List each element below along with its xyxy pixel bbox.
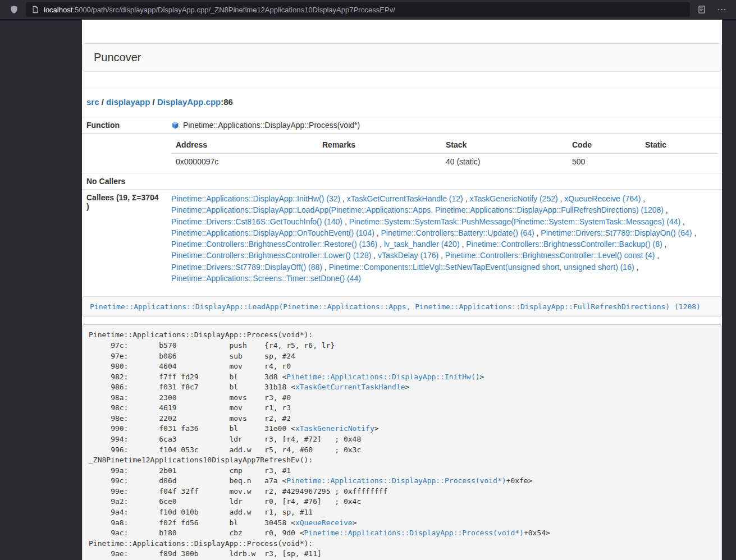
function-name: Pinetime::Applications::DisplayApp::Proc…	[183, 121, 360, 130]
asm-text: 99a: 2b01 cmp r3, #1	[89, 466, 291, 475]
breadcrumb-link-displayapp[interactable]: displayapp	[106, 97, 150, 107]
callee-separator: ,	[438, 251, 445, 260]
asm-text: 982: f7ff fd29 bl 3d8 <	[89, 373, 286, 381]
browser-toolbar: localhost:5000/path/src/displayapp/Displ…	[0, 0, 736, 20]
callee-separator: ,	[680, 217, 685, 226]
callee-separator: ,	[463, 194, 470, 203]
callee-separator: ,	[664, 205, 668, 214]
asm-text: 996: f104 053c add.w r5, r4, #60 ; 0x3c	[89, 446, 361, 454]
header-code: Code	[568, 137, 641, 153]
callee-link[interactable]: Pinetime::Controllers::Battery::Update()…	[381, 228, 534, 237]
breadcrumb: src / displayapp / DisplayApp.cpp:86	[82, 97, 722, 107]
callees-label: Callees (19, Σ=3704 )	[82, 190, 167, 288]
function-label: Function	[82, 117, 167, 134]
header-stack: Stack	[441, 137, 568, 153]
ellipsis-icon: ⋯	[717, 5, 727, 14]
symbol-link[interactable]: Pinetime::Applications::DisplayApp::Init…	[286, 373, 479, 381]
symbol-link[interactable]: Pinetime::Applications::DisplayApp::Proc…	[304, 529, 524, 537]
asm-text: >	[353, 518, 357, 527]
callee-link[interactable]: Pinetime::Controllers::BrightnessControl…	[466, 240, 662, 249]
callee-link[interactable]: Pinetime::Applications::DisplayApp::Init…	[171, 194, 340, 203]
callee-link[interactable]: Pinetime::System::SystemTask::PushMessag…	[349, 217, 681, 226]
callee-link[interactable]: xTaskGetCurrentTaskHandle (12)	[347, 194, 463, 203]
asm-text: 97e: b086 sub sp, #24	[89, 352, 295, 360]
asm-text: +0xfe>	[506, 476, 533, 485]
table-row-no-callers: No Callers	[82, 173, 722, 190]
callee-separator: ,	[460, 240, 467, 249]
asm-text: 9a2: 6ce0 ldr r0, [r4, #76] ; 0x4c	[89, 497, 361, 506]
breadcrumb-link-src[interactable]: src	[86, 97, 99, 107]
more-tools-button[interactable]: ⋯	[714, 2, 730, 17]
callee-separator: ,	[340, 194, 347, 203]
asm-text: 990: f031 fa36 bl 31e00 <	[89, 424, 295, 433]
asm-text: 98a: 2300 movs r3, #0	[89, 393, 291, 402]
callee-link[interactable]: Pinetime::Controllers::BrightnessControl…	[445, 251, 655, 260]
symbol-link[interactable]: xQueueReceive	[295, 518, 353, 527]
asm-text: 97c: b570 push {r4, r5, r6, lr}	[89, 341, 335, 350]
asm-text: 99c: d06d beq.n a7a <	[89, 476, 286, 485]
url-path: :5000/path/src/displayapp/DisplayApp.cpp…	[72, 6, 395, 14]
callee-link[interactable]: Pinetime::Applications::DisplayApp::Load…	[171, 205, 664, 214]
callee-link[interactable]: xTaskGenericNotify (252)	[469, 194, 557, 203]
callee-link[interactable]: Pinetime::Applications::DisplayApp::OnTo…	[171, 228, 374, 237]
callee-link[interactable]: Pinetime::Drivers::Cst816S::GetTouchInfo…	[171, 217, 342, 226]
divider	[82, 89, 722, 89]
details-data-row: 0x0000097c 40 (static) 500	[171, 153, 717, 169]
url-bar[interactable]: localhost:5000/path/src/displayapp/Displ…	[26, 2, 690, 17]
header-address: Address	[171, 137, 318, 153]
callee-link[interactable]: xQueueReceive (764)	[564, 194, 641, 203]
callee-link[interactable]: Pinetime::Applications::Screens::Timer::…	[171, 274, 361, 283]
asm-text: _ZN8Pinetime12Applications10DisplayApp7R…	[89, 456, 313, 464]
callees-list: Pinetime::Applications::DisplayApp::Init…	[167, 190, 722, 288]
callee-link[interactable]: Pinetime::Controllers::BrightnessControl…	[171, 240, 377, 249]
asm-text: 980: 4604 mov r4, r0	[89, 362, 291, 370]
callee-separator: ,	[662, 240, 667, 249]
url-text: localhost:5000/path/src/displayapp/Displ…	[44, 6, 395, 14]
callee-separator: ,	[655, 251, 659, 260]
page-icon	[31, 6, 39, 13]
breadcrumb-separator: /	[150, 97, 157, 107]
content-container: Puncover src / displayapp / DisplayApp.c…	[82, 20, 722, 560]
tracking-protection-button[interactable]	[6, 2, 22, 17]
asm-text: >	[374, 424, 379, 433]
no-callers-label: No Callers	[82, 173, 167, 190]
reader-view-button[interactable]	[693, 2, 710, 17]
asm-text: 9a8: f02f fd56 bl 30458 <	[89, 518, 295, 527]
reader-view-icon	[697, 5, 706, 14]
shield-icon	[10, 5, 19, 14]
asm-text: 986: f031 f8c7 bl 31b18 <	[89, 383, 295, 391]
page-title: Puncover	[94, 51, 141, 63]
callee-separator: ,	[692, 228, 697, 237]
symbol-link[interactable]: xTaskGenericNotify	[295, 424, 374, 433]
selected-symbol-panel: Pinetime::Applications::DisplayApp::Load…	[82, 296, 722, 317]
callee-link[interactable]: Pinetime::Components::LittleVgl::SetNewT…	[329, 263, 634, 272]
selected-symbol-link[interactable]: Pinetime::Applications::DisplayApp::Load…	[90, 302, 701, 311]
empty-label-cell	[82, 134, 167, 173]
symbol-link[interactable]: Pinetime::Applications::DisplayApp::Proc…	[286, 476, 506, 485]
asm-text: 9ae: f89d 300b ldrb.w r3, [sp, #11]	[89, 549, 322, 558]
callee-separator: ,	[322, 263, 329, 272]
asm-text: 9ac: b180 cbz r0, 9d0 <	[89, 529, 304, 537]
callee-separator: ,	[558, 194, 565, 203]
header-remarks: Remarks	[318, 137, 441, 153]
callee-link[interactable]: lv_task_handler (420)	[384, 240, 460, 249]
asm-text: Pinetime::Applications::DisplayApp::Proc…	[89, 331, 313, 339]
table-row-function: Function Pinetime::Applications::Display…	[82, 117, 722, 134]
asm-text: 98c: 4619 mov r1, r3	[89, 403, 291, 412]
callee-separator: ,	[641, 194, 645, 203]
asm-text: 98e: 2202 movs r2, #2	[89, 414, 291, 423]
table-row-callees: Callees (19, Σ=3704 ) Pinetime::Applicat…	[82, 190, 722, 288]
asm-text: Pinetime::Applications::DisplayApp::Proc…	[89, 539, 313, 548]
breadcrumb-line-number: :86	[221, 97, 233, 107]
details-table: Address Remarks Stack Code Static 0x0000…	[171, 137, 717, 169]
callee-link[interactable]: Pinetime::Drivers::St7789::DisplayOn() (…	[541, 228, 692, 237]
asm-text: 99e: f04f 32ff mov.w r2, #4294967295 ; 0…	[89, 487, 387, 495]
breadcrumb-separator: /	[99, 97, 107, 107]
callee-separator: ,	[634, 263, 639, 272]
symbol-link[interactable]: xTaskGetCurrentTaskHandle	[295, 383, 405, 391]
breadcrumb-link-displayapp.cpp[interactable]: DisplayApp.cpp	[157, 97, 221, 107]
callee-link[interactable]: Pinetime::Drivers::St7789::DisplayOff() …	[171, 263, 322, 272]
disassembly: Pinetime::Applications::DisplayApp::Proc…	[82, 324, 722, 560]
callee-link[interactable]: Pinetime::Controllers::BrightnessControl…	[171, 251, 371, 260]
callee-link[interactable]: vTaskDelay (176)	[378, 251, 438, 260]
